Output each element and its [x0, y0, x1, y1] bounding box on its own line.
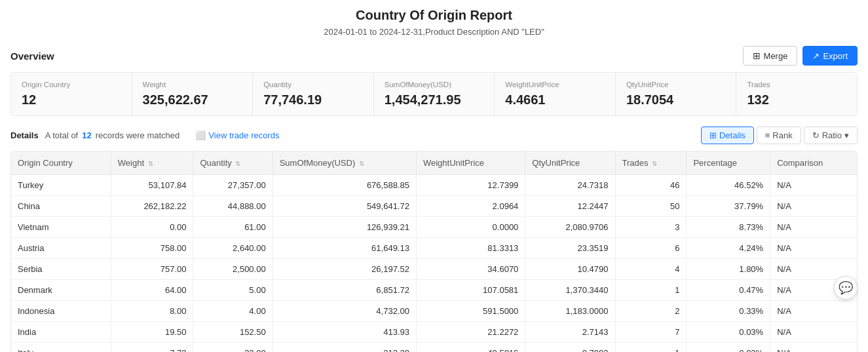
col-trades[interactable]: Trades ⇅	[615, 151, 687, 175]
cell-trades: 4	[615, 259, 687, 280]
data-table-wrapper: Origin Country Weight ⇅ Quantity ⇅ SumOf…	[10, 151, 858, 352]
col-sum[interactable]: SumOfMoney(USD) ⇅	[273, 151, 416, 175]
cell-country: Denmark	[11, 280, 111, 301]
merge-button[interactable]: ⊞ Merge	[743, 46, 798, 66]
cell-weight: 0.00	[111, 217, 193, 238]
col-quantity[interactable]: Quantity ⇅	[193, 151, 273, 175]
cell-wup: 81.3313	[416, 238, 525, 259]
table-row: Italy 7.72 32.00 313.29 40.5816 9.7903 1…	[11, 343, 857, 353]
cell-quantity: 27,357.00	[193, 175, 273, 196]
cell-sum: 413.93	[273, 322, 416, 343]
col-qup: QtyUnitPrice	[525, 151, 615, 175]
cell-trades: 2	[615, 301, 687, 322]
cell-quantity: 44,888.00	[193, 196, 273, 217]
cell-sum: 676,588.85	[273, 175, 416, 196]
cell-pct: 1.80%	[687, 259, 770, 280]
chat-icon[interactable]: 💬	[834, 276, 858, 300]
stat-label: Quantity	[263, 81, 363, 88]
cell-quantity: 5.00	[193, 280, 273, 301]
stat-label: Trades	[747, 81, 846, 88]
cell-pct: 0.33%	[687, 301, 770, 322]
cell-weight: 19.50	[111, 322, 193, 343]
stat-value: 77,746.19	[263, 92, 363, 108]
details-left: Details A total of 12 records were match…	[10, 130, 279, 140]
stat-label: WeightUnitPrice	[505, 81, 605, 88]
tab-details[interactable]: ⊞ Details	[701, 127, 754, 144]
link-icon: ⬜	[195, 130, 206, 140]
stat-card: Trades132	[736, 73, 857, 115]
cell-pct: 0.47%	[687, 280, 770, 301]
ratio-icon: ↻	[812, 130, 820, 140]
col-country: Origin Country	[11, 151, 111, 175]
stat-value: 4.4661	[505, 92, 605, 108]
cell-quantity: 152.50	[193, 322, 273, 343]
cell-trades: 7	[615, 322, 687, 343]
col-cmp: Comparison	[770, 151, 857, 175]
cell-sum: 313.29	[273, 343, 416, 353]
cell-qup: 12.2447	[525, 196, 615, 217]
stats-row: Origin Country12Weight325,622.67Quantity…	[10, 72, 858, 116]
stat-label: SumOfMoney(USD)	[385, 81, 484, 88]
cell-pct: 0.03%	[687, 322, 770, 343]
cell-qup: 24.7318	[525, 175, 615, 196]
stat-label: QtyUnitPrice	[626, 81, 726, 88]
cell-pct: 8.73%	[687, 217, 770, 238]
export-button[interactable]: ↗ Export	[802, 46, 858, 66]
cell-qup: 9.7903	[525, 343, 615, 353]
cell-qup: 10.4790	[525, 259, 615, 280]
table-row: China 262,182.22 44,888.00 549,641.72 2.…	[11, 196, 857, 217]
col-pct: Percentage	[687, 151, 770, 175]
stat-value: 18.7054	[626, 92, 726, 108]
cell-cmp: N/A	[770, 175, 857, 196]
table-row: Indonesia 8.00 4.00 4,732.00 591.5000 1,…	[11, 301, 857, 322]
tab-ratio[interactable]: ↻ Ratio ▾	[804, 127, 858, 144]
cell-weight: 64.00	[111, 280, 193, 301]
col-weight[interactable]: Weight ⇅	[111, 151, 193, 175]
cell-trades: 3	[615, 217, 687, 238]
stat-card: QtyUnitPrice18.7054	[616, 73, 737, 115]
stat-card: Quantity77,746.19	[253, 73, 374, 115]
cell-country: India	[11, 322, 111, 343]
merge-icon: ⊞	[753, 50, 761, 61]
stat-label: Origin Country	[22, 81, 121, 88]
cell-trades: 6	[615, 238, 687, 259]
report-subtitle: 2024-01-01 to 2024-12-31,Product Descrip…	[10, 27, 858, 37]
details-header: Details A total of 12 records were match…	[10, 127, 858, 144]
cell-cmp: N/A	[770, 322, 857, 343]
cell-country: Vietnam	[11, 217, 111, 238]
cell-weight: 8.00	[111, 301, 193, 322]
cell-quantity: 32.00	[193, 343, 273, 353]
table-row: Serbia 757.00 2,500.00 26,197.52 34.6070…	[11, 259, 857, 280]
cell-qup: 2.7143	[525, 322, 615, 343]
tab-rank[interactable]: ≡ Rank	[757, 127, 801, 144]
cell-trades: 50	[615, 196, 687, 217]
view-trade-records-link[interactable]: ⬜ View trade records	[195, 130, 279, 140]
stat-card: Origin Country12	[11, 73, 132, 115]
overview-label: Overview	[10, 50, 54, 62]
report-title: Country Of Origin Report	[10, 8, 858, 23]
cell-wup: 591.5000	[416, 301, 525, 322]
cell-wup: 34.6070	[416, 259, 525, 280]
cell-wup: 2.0964	[416, 196, 525, 217]
table-row: Austria 758.00 2,640.00 61,649.13 81.331…	[11, 238, 857, 259]
export-icon: ↗	[812, 51, 820, 61]
stat-value: 1,454,271.95	[385, 92, 484, 108]
stat-card: Weight325,622.67	[132, 73, 254, 115]
cell-country: Serbia	[11, 259, 111, 280]
col-wup: WeightUnitPrice	[416, 151, 525, 175]
stat-value: 132	[747, 92, 846, 108]
cell-country: Indonesia	[11, 301, 111, 322]
table-row: India 19.50 152.50 413.93 21.2272 2.7143…	[11, 322, 857, 343]
cell-cmp: N/A	[770, 196, 857, 217]
tab-group: ⊞ Details ≡ Rank ↻ Ratio ▾	[701, 127, 858, 144]
cell-cmp: N/A	[770, 343, 857, 353]
stat-value: 12	[22, 92, 121, 108]
details-label: Details	[10, 130, 39, 140]
cell-weight: 758.00	[111, 238, 193, 259]
cell-quantity: 4.00	[193, 301, 273, 322]
cell-weight: 53,107.84	[111, 175, 193, 196]
cell-quantity: 2,640.00	[193, 238, 273, 259]
table-row: Vietnam 0.00 61.00 126,939.21 0.0000 2,0…	[11, 217, 857, 238]
cell-trades: 1	[615, 280, 687, 301]
cell-country: Italy	[11, 343, 111, 353]
